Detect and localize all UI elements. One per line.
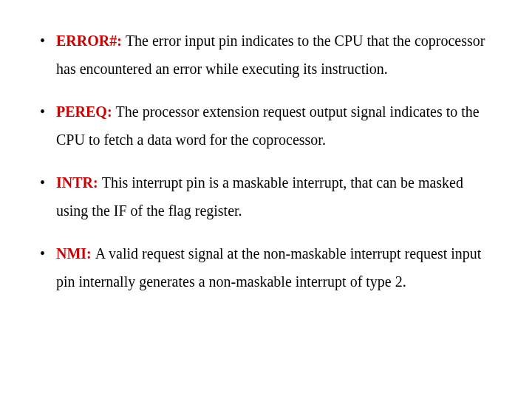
bullet-item-nmi: NMI: A valid request signal at the non-m… (35, 239, 497, 296)
term-nmi: NMI: (56, 245, 95, 262)
bullet-item-pereq: PEREQ: The processor extension request o… (35, 98, 497, 154)
term-intr: INTR: (56, 174, 102, 191)
body-pereq: The processor extension request output s… (56, 103, 480, 148)
body-nmi: A valid request signal at the non-maskab… (56, 245, 481, 290)
bullet-list: ERROR#: The error input pin indicates to… (35, 27, 497, 296)
term-pereq: PEREQ: (56, 103, 116, 120)
term-error: ERROR#: (56, 33, 126, 49)
bullet-item-intr: INTR: This interrupt pin is a maskable i… (35, 168, 497, 225)
bullet-item-error: ERROR#: The error input pin indicates to… (35, 27, 497, 83)
slide: ERROR#: The error input pin indicates to… (0, 0, 532, 337)
body-intr: This interrupt pin is a maskable interru… (56, 174, 463, 219)
